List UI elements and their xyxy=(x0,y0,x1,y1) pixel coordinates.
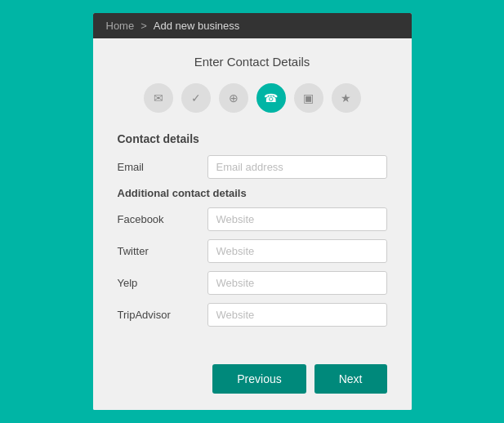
tripadvisor-label: TripAdvisor xyxy=(118,309,207,321)
topbar-home[interactable]: Home xyxy=(106,20,135,32)
page-title: Enter Contact Details xyxy=(118,55,387,69)
yelp-input[interactable] xyxy=(207,271,387,295)
email-input[interactable] xyxy=(207,155,387,179)
step-icon-email: ✉ xyxy=(144,83,173,113)
facebook-row: Facebook xyxy=(118,207,387,231)
step-icon-check: ✓ xyxy=(181,83,211,113)
twitter-input[interactable] xyxy=(207,239,387,263)
step-icon-photo: ▣ xyxy=(294,83,323,113)
tripadvisor-input[interactable] xyxy=(207,303,387,327)
next-button[interactable]: Next xyxy=(314,364,387,394)
twitter-label: Twitter xyxy=(118,245,207,257)
email-label: Email xyxy=(118,161,207,173)
previous-button[interactable]: Previous xyxy=(212,364,306,394)
facebook-label: Facebook xyxy=(118,213,207,225)
step-icons: ✉ ✓ ⊕ ☎ ▣ ★ xyxy=(118,83,387,113)
twitter-row: Twitter xyxy=(118,239,387,263)
content-area: Enter Contact Details ✉ ✓ ⊕ ☎ ▣ ★ Contac… xyxy=(93,38,412,351)
yelp-label: Yelp xyxy=(118,277,207,289)
tripadvisor-row: TripAdvisor xyxy=(118,303,387,327)
step-icon-globe: ⊕ xyxy=(219,83,248,113)
topbar-chevron: > xyxy=(140,20,147,32)
step-icon-phone: ☎ xyxy=(256,83,286,113)
email-row: Email xyxy=(118,155,387,179)
topbar: Home > Add new business xyxy=(93,13,412,38)
footer: Previous Next xyxy=(93,351,412,410)
facebook-input[interactable] xyxy=(207,207,387,231)
topbar-current: Add new business xyxy=(154,20,240,32)
yelp-row: Yelp xyxy=(118,271,387,295)
additional-section-title: Additional contact details xyxy=(118,187,387,199)
step-icon-star: ★ xyxy=(332,83,361,113)
contact-section-title: Contact details xyxy=(118,132,387,145)
main-container: Home > Add new business Enter Contact De… xyxy=(93,13,412,410)
